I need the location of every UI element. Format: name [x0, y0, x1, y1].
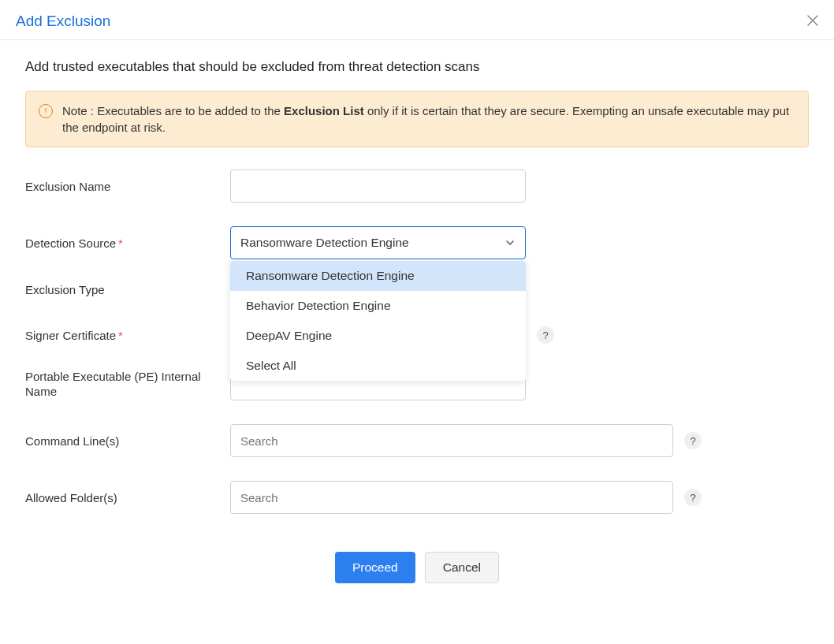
- dropdown-option-behavior[interactable]: Behavior Detection Engine: [230, 291, 526, 321]
- label-allowed-folders: Allowed Folder(s): [25, 491, 230, 504]
- dialog-header: Add Exclusion: [0, 0, 834, 40]
- detection-source-select-wrap: Ransomware Detection Engine Ransomware D…: [230, 226, 526, 259]
- dropdown-option-select-all[interactable]: Select All: [230, 351, 526, 381]
- label-pe-internal-name: Portable Executable (PE) Internal Name: [25, 369, 230, 400]
- row-detection-source: Detection Source* Ransomware Detection E…: [25, 226, 809, 259]
- allowed-folders-input[interactable]: [230, 481, 673, 514]
- dialog-title: Add Exclusion: [16, 13, 110, 30]
- dialog-subtitle: Add trusted executables that should be e…: [25, 59, 809, 75]
- close-icon[interactable]: [807, 14, 818, 28]
- exclusion-name-input[interactable]: [230, 169, 526, 203]
- dropdown-option-ransomware[interactable]: Ransomware Detection Engine: [230, 261, 526, 291]
- detection-source-value: Ransomware Detection Engine: [240, 236, 409, 250]
- help-icon[interactable]: ?: [684, 489, 702, 506]
- dialog-body: Add trusted executables that should be e…: [0, 40, 834, 644]
- detection-source-select[interactable]: Ransomware Detection Engine: [230, 226, 526, 259]
- warning-text: Note : Executables are to be added to th…: [62, 102, 795, 136]
- cancel-button[interactable]: Cancel: [425, 552, 499, 583]
- proceed-button[interactable]: Proceed: [335, 552, 415, 583]
- warning-note: ! Note : Executables are to be added to …: [25, 91, 809, 147]
- label-signer-certificate: Signer Certificate*: [25, 329, 230, 342]
- detection-source-dropdown: Ransomware Detection Engine Behavior Det…: [230, 261, 526, 381]
- row-command-lines: Command Line(s) ?: [25, 424, 809, 457]
- row-exclusion-name: Exclusion Name: [25, 169, 809, 203]
- row-allowed-folders: Allowed Folder(s) ?: [25, 481, 809, 514]
- note-prefix: Note : Executables are to be added to th…: [62, 104, 284, 117]
- required-marker: *: [118, 236, 123, 250]
- add-exclusion-dialog: Add Exclusion Add trusted executables th…: [0, 0, 834, 644]
- note-bold: Exclusion List: [284, 104, 364, 117]
- warning-icon: !: [39, 104, 53, 118]
- required-marker: *: [118, 329, 123, 342]
- label-exclusion-type: Exclusion Type: [25, 283, 230, 296]
- dialog-footer: Proceed Cancel: [25, 538, 809, 607]
- label-command-lines: Command Line(s): [25, 434, 230, 448]
- command-lines-input[interactable]: [230, 424, 673, 457]
- label-detection-source: Detection Source*: [25, 236, 230, 250]
- help-icon[interactable]: ?: [537, 326, 554, 344]
- help-icon[interactable]: ?: [684, 432, 702, 449]
- dropdown-option-deepav[interactable]: DeepAV Engine: [230, 321, 526, 351]
- chevron-down-icon: [504, 237, 516, 248]
- label-exclusion-name: Exclusion Name: [25, 180, 230, 193]
